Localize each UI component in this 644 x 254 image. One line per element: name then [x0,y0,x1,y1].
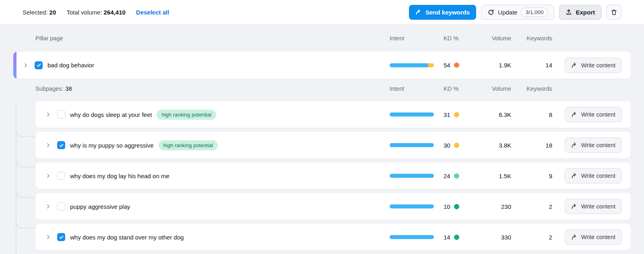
write-content-label: Write content [581,173,615,179]
pillar-page-title: bad dog behavior [47,62,94,69]
kd-value: 10 [444,203,450,210]
kd-value: 14 [444,234,450,241]
write-content-label: Write content [581,62,615,69]
keywords-count: 8 [511,111,552,118]
selected-label: Selected: [23,9,48,16]
volume-value: 3.8K [472,142,511,149]
row-checkbox[interactable] [35,61,43,69]
keywords-count: 2 [511,234,552,241]
kd-difficulty-dot [454,143,459,148]
expand-chevron-icon[interactable] [45,173,52,179]
keywords-count: 14 [511,62,552,69]
expand-chevron-icon[interactable] [45,111,52,118]
send-keywords-button[interactable]: Send keywords [409,5,476,20]
write-content-arrow-icon [571,62,578,69]
write-content-arrow-icon [571,234,578,240]
expand-chevron-icon[interactable] [45,234,52,240]
pillar-row: bad dog behavior 54 1.9K 14 Write conten… [13,52,631,79]
volume-value: 6.3K [472,111,511,118]
expand-chevron-icon[interactable] [45,203,52,210]
export-icon [566,9,572,15]
row-checkbox[interactable] [57,172,65,180]
subpage-title: why is my puppy so aggressive [70,142,154,149]
high-ranking-potential-badge: high ranking potential [157,110,216,120]
pillar-table-header: Pillar page Intent KD % Volume Keywords [13,25,631,52]
write-content-label: Write content [581,142,615,148]
subpage-title: why does my dog lay his head on me [70,173,169,179]
deselect-all-link[interactable]: Deselect all [136,9,169,16]
subpage-row: puppy aggressive play 10 230 2 Write con… [35,193,631,220]
subpage-title: puppy aggressive play [70,203,130,210]
keyword-table: Pillar page Intent KD % Volume Keywords … [0,25,644,250]
kd-difficulty-dot [454,112,459,117]
update-counter-badge: 3/1,000 [521,8,548,17]
pillar-accent-bar [13,52,17,79]
expand-chevron-icon[interactable] [45,142,52,148]
kd-value: 30 [444,142,450,149]
kd-value: 31 [444,111,450,118]
pillar-page-column-header: Pillar page [35,35,63,42]
intent-bar [390,63,434,67]
export-button[interactable]: Export [559,5,601,20]
write-content-arrow-icon [571,203,578,210]
kd-difficulty-dot [454,204,459,209]
volume-column-header: Volume [472,35,511,42]
intent-bar [390,112,434,117]
total-volume: Total volume:264,410 [66,9,126,16]
volume-value: 1.9K [472,62,511,69]
update-label: Update [498,9,517,16]
update-button[interactable]: Update 3/1,000 [481,5,554,20]
kd-difficulty-dot [454,173,459,179]
trash-icon [611,9,617,16]
total-volume-value: 264,410 [104,9,126,16]
delete-button[interactable] [606,5,621,20]
intent-bar [390,204,434,208]
send-arrow-icon [415,9,422,15]
high-ranking-potential-badge: high ranking potential [159,140,218,150]
subpage-row: why does my dog lay his head on me 24 1.… [35,162,631,189]
selected-value: 20 [50,9,56,16]
kd-value: 54 [444,62,450,69]
keywords-count: 9 [511,173,552,179]
write-content-label: Write content [581,234,615,240]
keywords-column-header: Keywords [511,35,552,42]
row-checkbox[interactable] [57,110,65,119]
subpages-count: 38 [65,85,72,92]
expand-chevron-icon[interactable] [23,62,29,69]
kd-difficulty-dot [454,235,459,240]
kd-difficulty-dot [454,62,459,68]
volume-value: 1.5K [472,173,511,179]
write-content-label: Write content [581,111,615,118]
subpages-header: Subpages: 38 Intent KD % Volume Keywords [35,79,631,98]
refresh-icon [487,9,494,16]
intent-bar [390,235,434,239]
write-content-button[interactable]: Write content [565,168,622,183]
write-content-button[interactable]: Write content [565,58,622,73]
subpage-title: why does my dog stand over my other dog [70,234,184,241]
keywords-count: 18 [511,142,552,149]
kd-column-header: KD % [439,35,472,42]
write-content-label: Write content [581,203,615,210]
volume-value: 230 [472,203,511,210]
intent-column-header: Intent [387,85,439,92]
intent-bar [390,174,434,178]
row-checkbox[interactable] [57,141,65,149]
intent-column-header: Intent [387,35,439,42]
subpage-title: why do dogs sleep at your feet [70,111,152,118]
row-checkbox[interactable] [57,233,65,241]
keywords-count: 2 [511,203,552,210]
row-checkbox[interactable] [57,202,65,210]
write-content-button[interactable]: Write content [565,107,622,122]
volume-value: 330 [472,234,511,241]
write-content-button[interactable]: Write content [565,199,622,214]
subpage-row: why does my dog stand over my other dog … [35,224,631,250]
subpage-row: why do dogs sleep at your feet high rank… [35,101,631,128]
write-content-arrow-icon [571,173,578,179]
write-content-button[interactable]: Write content [565,229,622,245]
send-keywords-label: Send keywords [425,9,470,16]
selected-count: Selected:20 [23,9,56,16]
write-content-button[interactable]: Write content [565,137,622,153]
write-content-arrow-icon [571,142,578,148]
write-content-arrow-icon [571,111,578,118]
kd-value: 24 [444,173,450,179]
